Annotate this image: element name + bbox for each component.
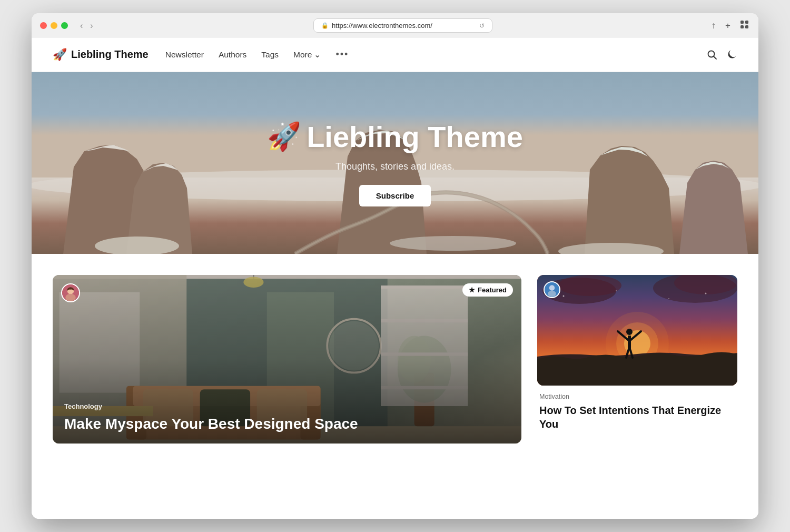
side-post-category: Motivation [539, 393, 735, 400]
nav-more-label: More [293, 50, 312, 60]
hero-content: 🚀 Liebling Theme Thoughts, stories and i… [267, 120, 523, 206]
hero-section: 🚀 Liebling Theme Thoughts, stories and i… [32, 72, 758, 254]
side-post-bg-svg [537, 275, 737, 386]
nav-newsletter[interactable]: Newsletter [165, 50, 204, 60]
featured-badge: ★ Featured [462, 283, 513, 297]
new-tab-button[interactable]: + [724, 19, 732, 33]
svg-point-60 [705, 293, 707, 294]
site-logo-text: Liebling Theme [71, 48, 149, 61]
svg-point-54 [626, 329, 633, 335]
svg-line-5 [714, 56, 717, 59]
search-button[interactable] [707, 50, 717, 60]
grid-button[interactable] [739, 19, 750, 33]
svg-point-59 [563, 295, 565, 297]
url-bar[interactable]: 🔒 https://www.electronthemes.com/ ↺ [313, 18, 492, 33]
browser-chrome: ‹ › 🔒 https://www.electronthemes.com/ ↺ … [32, 13, 758, 37]
svg-point-65 [548, 291, 556, 297]
website-content: 🚀 Liebling Theme Newsletter Authors Tags… [32, 37, 758, 519]
close-button[interactable] [40, 22, 47, 29]
svg-point-61 [616, 290, 617, 291]
featured-category: Technology [64, 402, 510, 410]
hero-title-row: 🚀 Liebling Theme [267, 120, 523, 154]
posts-section: ★ Featured [32, 254, 758, 465]
svg-rect-0 [740, 21, 744, 24]
featured-post-content: Technology Make Myspace Your Best Design… [53, 392, 521, 444]
share-button[interactable]: ↑ [710, 19, 717, 33]
site-header: 🚀 Liebling Theme Newsletter Authors Tags… [32, 37, 758, 72]
traffic-lights [40, 22, 68, 29]
forward-button[interactable]: › [87, 20, 95, 32]
lock-icon: 🔒 [321, 22, 329, 29]
svg-point-11 [390, 236, 516, 251]
nav-authors[interactable]: Authors [219, 50, 246, 60]
browser-actions: ↑ + [710, 19, 750, 33]
nav-tags[interactable]: Tags [261, 50, 279, 60]
subscribe-button[interactable]: Subscribe [359, 185, 431, 206]
nav-arrows: ‹ › [77, 20, 96, 32]
maximize-button[interactable] [61, 22, 68, 29]
featured-label: Featured [478, 286, 507, 294]
side-post-card[interactable]: Motivation How To Set Intentions That En… [537, 275, 737, 444]
svg-rect-2 [740, 25, 744, 28]
minimize-button[interactable] [51, 22, 57, 29]
svg-point-43 [65, 294, 76, 301]
svg-point-4 [708, 51, 715, 57]
browser-window: ‹ › 🔒 https://www.electronthemes.com/ ↺ … [32, 13, 758, 519]
svg-rect-1 [745, 21, 748, 24]
side-post-title: How To Set Intentions That Energize You [539, 403, 735, 431]
svg-point-64 [549, 285, 555, 291]
svg-point-49 [558, 275, 621, 296]
featured-title: Make Myspace Your Best Designed Space [64, 415, 510, 433]
refresh-icon[interactable]: ↺ [479, 22, 485, 29]
side-post-content: Motivation How To Set Intentions That En… [537, 386, 737, 431]
side-post-image [537, 275, 737, 386]
hero-subtitle: Thoughts, stories and ideas. [267, 161, 523, 172]
site-logo[interactable]: 🚀 Liebling Theme [53, 48, 149, 62]
site-nav: Newsletter Authors Tags More ⌄ ••• [165, 49, 707, 60]
dark-mode-button[interactable] [727, 50, 737, 60]
chevron-down-icon: ⌄ [314, 50, 321, 60]
back-button[interactable]: ‹ [77, 20, 85, 32]
hero-rocket-icon: 🚀 [267, 121, 301, 153]
featured-post-card[interactable]: ★ Featured [53, 275, 521, 444]
site-header-right [707, 50, 737, 60]
featured-author-avatar[interactable] [61, 283, 80, 302]
nav-dots[interactable]: ••• [335, 49, 349, 60]
hero-title: Liebling Theme [307, 120, 523, 154]
avatar-image [62, 284, 79, 301]
side-post-author-avatar[interactable] [544, 281, 560, 298]
svg-rect-3 [745, 25, 748, 28]
nav-more-dropdown[interactable]: More ⌄ [293, 50, 321, 60]
svg-rect-53 [628, 336, 631, 350]
address-bar: 🔒 https://www.electronthemes.com/ ↺ [102, 18, 704, 33]
star-icon: ★ [469, 286, 475, 294]
logo-rocket-icon: 🚀 [53, 48, 67, 62]
svg-point-62 [668, 298, 669, 299]
url-text: https://www.electronthemes.com/ [332, 22, 432, 29]
